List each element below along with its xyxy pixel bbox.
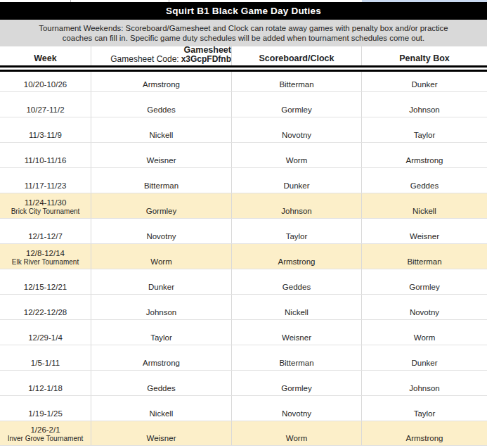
scoreboard-clock-cell[interactable]: Weisner [232, 320, 362, 345]
week-date: 10/27-11/2 [26, 105, 64, 115]
scoreboard-clock-name: Nickell [285, 308, 309, 316]
scoreboard-clock-cell[interactable]: Novotny [232, 117, 362, 142]
table-row: 1/19-1/25 Nickell Novotny Taylor [0, 396, 487, 421]
scoreboard-clock-cell[interactable]: Worm [232, 421, 362, 445]
header-week-cell[interactable]: Week [0, 46, 91, 65]
gamesheet-cell[interactable]: Weisner [91, 143, 232, 167]
penalty-box-name: Worm [414, 333, 435, 342]
week-cell[interactable]: 1/19-1/25 [0, 396, 91, 421]
scoreboard-clock-cell[interactable]: Novotny [232, 396, 362, 421]
week-cell[interactable]: 11/17-11/23 [0, 168, 91, 193]
gamesheet-cell[interactable]: Geddes [91, 92, 232, 117]
scoreboard-clock-cell[interactable]: Armstrong [232, 244, 362, 269]
header-penalty-box-cell[interactable]: Penalty Box [362, 46, 487, 65]
penalty-box-cell[interactable]: Armstrong [362, 421, 487, 445]
scoreboard-clock-cell[interactable]: Bitterman [232, 72, 362, 91]
gamesheet-cell[interactable]: Nickell [91, 117, 232, 142]
penalty-box-cell[interactable]: Taylor [362, 396, 487, 421]
week-cell[interactable]: 1/26-2/1 Inver Grove Tournament [0, 421, 91, 445]
tournament-note-cell[interactable]: Tournament Weekends: Scoreboard/Gameshee… [0, 20, 487, 46]
gamesheet-cell[interactable]: Worm [91, 244, 232, 269]
penalty-box-name: Taylor [414, 131, 436, 139]
gamesheet-name: Nickell [150, 131, 174, 139]
penalty-box-cell[interactable]: Johnson [362, 371, 487, 395]
header-gamesheet-cell[interactable]: Gamesheet Gamesheet Code:x3GcpFDfnb [91, 46, 232, 65]
scoreboard-clock-cell[interactable]: Worm [232, 143, 362, 167]
gamesheet-code-label: Gamesheet Code: [110, 54, 178, 64]
scoreboard-clock-name: Armstrong [278, 257, 315, 266]
scoreboard-clock-cell[interactable]: Gormley [232, 371, 362, 395]
table-body: 10/20-10/26 Armstrong Bitterman Dunker 1… [0, 72, 487, 446]
tournament-label: Brick City Tournament [11, 207, 80, 216]
penalty-box-cell[interactable]: Geddes [362, 168, 487, 193]
penalty-box-cell[interactable]: Weisner [362, 219, 487, 243]
week-date: 11/17-11/23 [25, 181, 67, 191]
table-header-row: Week Gamesheet Gamesheet Code:x3GcpFDfnb… [0, 46, 487, 65]
scoreboard-clock-name: Worm [286, 434, 307, 442]
table-row: 1/26-2/1 Inver Grove Tournament Weisner … [0, 421, 487, 446]
gamesheet-cell[interactable]: Armstrong [91, 345, 232, 370]
note-line-2: coaches can fill in. Specific game duty … [63, 33, 424, 43]
week-cell[interactable]: 10/27-11/2 [0, 92, 91, 117]
scoreboard-clock-cell[interactable]: Taylor [232, 219, 362, 243]
gamesheet-name: Dunker [148, 283, 174, 291]
gamesheet-cell[interactable]: Bitterman [91, 168, 232, 193]
table-row: 11/3-11/9 Nickell Novotny Taylor [0, 117, 487, 143]
gamesheet-name: Johnson [146, 308, 176, 316]
scoreboard-clock-name: Dunker [283, 181, 309, 190]
penalty-box-name: Dunker [411, 80, 437, 89]
scoreboard-clock-cell[interactable]: Geddes [232, 269, 362, 294]
penalty-box-name: Bitterman [407, 257, 441, 266]
penalty-box-cell[interactable]: Johnson [362, 92, 487, 117]
penalty-box-cell[interactable]: Gormley [362, 269, 487, 294]
gamesheet-cell[interactable]: Armstrong [91, 72, 232, 91]
week-cell[interactable]: 1/5-1/11 [0, 345, 91, 370]
header-scoreboard-clock-cell[interactable]: Scoreboard/Clock [232, 46, 362, 65]
penalty-box-cell[interactable]: Dunker [362, 345, 487, 370]
week-cell[interactable]: 12/8-12/14 Elk River Tournament [0, 244, 91, 269]
week-cell[interactable]: 12/1-12/7 [0, 219, 91, 243]
penalty-box-cell[interactable]: Armstrong [362, 143, 487, 167]
header-separator-double-line [0, 65, 487, 72]
gamesheet-cell[interactable]: Novotny [91, 219, 232, 243]
scoreboard-clock-cell[interactable]: Bitterman [232, 345, 362, 370]
penalty-box-cell[interactable]: Novotny [362, 295, 487, 319]
week-cell[interactable]: 11/3-11/9 [0, 117, 91, 142]
penalty-box-cell[interactable]: Bitterman [362, 244, 487, 269]
gamesheet-cell[interactable]: Nickell [91, 396, 232, 421]
scoreboard-clock-name: Bitterman [279, 359, 313, 367]
gamesheet-cell[interactable]: Geddes [91, 371, 232, 395]
week-cell[interactable]: 10/20-10/26 [0, 72, 91, 91]
penalty-box-cell[interactable]: Dunker [362, 72, 487, 91]
scoreboard-clock-name: Gormley [281, 105, 311, 114]
week-date: 1/12-1/18 [28, 384, 63, 393]
scoreboard-clock-name: Worm [286, 156, 307, 165]
week-cell[interactable]: 11/24-11/30 Brick City Tournament [0, 193, 91, 218]
title-bar-cell[interactable]: Squirt B1 Black Game Day Duties [0, 2, 487, 20]
gamesheet-name: Bitterman [144, 181, 178, 190]
table-row: 11/17-11/23 Bitterman Dunker Geddes [0, 168, 487, 193]
scoreboard-clock-cell[interactable]: Dunker [232, 168, 362, 193]
gamesheet-cell[interactable]: Johnson [91, 295, 232, 319]
penalty-box-name: Geddes [410, 181, 439, 190]
gamesheet-cell[interactable]: Gormley [91, 193, 232, 218]
week-cell[interactable]: 1/12-1/18 [0, 371, 91, 395]
penalty-box-cell[interactable]: Nickell [362, 193, 487, 218]
week-cell[interactable]: 12/29-1/4 [0, 320, 91, 345]
scoreboard-clock-cell[interactable]: Gormley [232, 92, 362, 117]
penalty-box-name: Gormley [409, 283, 439, 291]
gamesheet-name: Weisner [147, 156, 176, 165]
gamesheet-cell[interactable]: Weisner [91, 421, 232, 445]
week-date: 12/22-12/28 [24, 308, 67, 317]
week-cell[interactable]: 12/22-12/28 [0, 295, 91, 319]
penalty-box-cell[interactable]: Worm [362, 320, 487, 345]
week-cell[interactable]: 12/15-12/21 [0, 269, 91, 294]
gamesheet-cell[interactable]: Taylor [91, 320, 232, 345]
gamesheet-cell[interactable]: Dunker [91, 269, 232, 294]
scoreboard-clock-cell[interactable]: Johnson [232, 193, 362, 218]
scoreboard-clock-cell[interactable]: Nickell [232, 295, 362, 319]
gamesheet-name: Geddes [147, 384, 175, 392]
week-cell[interactable]: 11/10-11/16 [0, 143, 91, 167]
duty-schedule-spreadsheet: Squirt B1 Black Game Day Duties Tourname… [0, 0, 487, 448]
penalty-box-cell[interactable]: Taylor [362, 117, 487, 142]
